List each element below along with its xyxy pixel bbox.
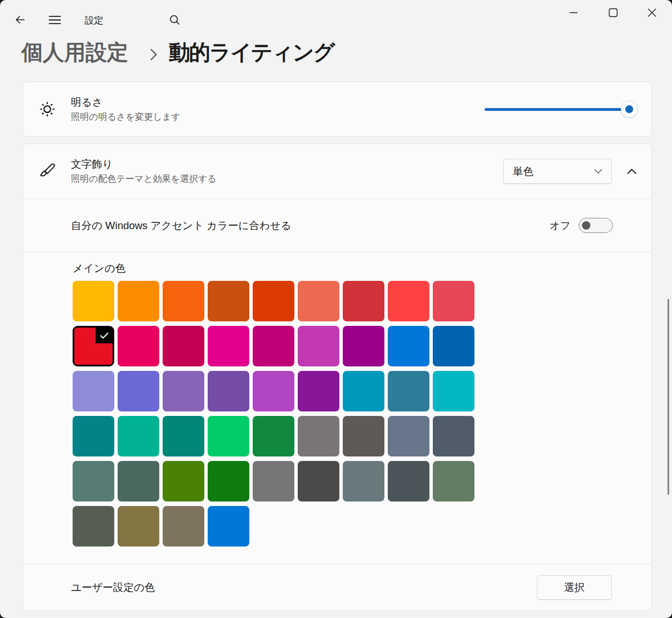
color-swatch[interactable] [343,326,384,366]
color-swatch[interactable] [343,416,384,456]
scrollbar-thumb[interactable] [667,299,669,495]
custom-color-label: ユーザー設定の色 [71,580,155,594]
color-swatch[interactable] [388,281,429,321]
minimize-button[interactable] [566,6,581,19]
slider-thumb[interactable] [621,101,638,118]
color-swatch[interactable] [253,461,294,501]
brightness-card: 明るさ 照明の明るさを変更します [23,82,652,137]
color-swatch[interactable] [163,281,204,321]
maximize-button[interactable] [605,6,621,19]
color-swatch[interactable] [163,416,204,456]
effects-header-row[interactable]: 文字飾り 照明の配色テーマと効果を選択する 単色 [23,144,651,199]
color-swatch[interactable] [118,416,159,456]
color-swatch[interactable] [208,281,249,321]
color-swatch[interactable] [298,326,339,366]
effects-title: 文字飾り [71,157,217,171]
color-swatch[interactable] [388,416,429,456]
color-swatch[interactable] [253,416,294,456]
color-swatch[interactable] [208,416,249,456]
color-swatch[interactable] [298,416,339,456]
color-swatch[interactable] [298,461,339,501]
brightness-icon [23,101,71,117]
color-swatch[interactable] [253,281,294,321]
color-swatch[interactable] [73,416,114,456]
accent-color-toggle[interactable] [579,218,613,233]
settings-window: 設定 個人用設定 動的ライティング 明るさ 照明の明るさを変更します [0,0,672,618]
brightness-subtitle: 照明の明るさを変更します [71,111,181,123]
effects-dropdown-value: 単色 [513,164,594,178]
main-color-section: メインの色 [23,252,651,564]
color-swatch[interactable] [73,461,114,501]
color-swatch[interactable] [118,461,159,501]
color-swatch[interactable] [253,371,294,411]
color-swatch[interactable] [433,326,474,366]
color-swatch[interactable] [343,371,384,411]
color-swatch[interactable] [433,371,474,411]
close-button[interactable] [644,6,660,19]
color-swatch[interactable] [208,326,249,366]
color-swatch[interactable] [388,326,429,366]
back-button[interactable] [14,13,27,26]
accent-color-row: 自分の Windows アクセント カラーに合わせる オフ [23,199,651,252]
color-swatch-grid [73,281,478,547]
color-swatch[interactable] [163,506,204,547]
effects-card: 文字飾り 照明の配色テーマと効果を選択する 単色 自分の Windows アクセ… [23,144,652,611]
color-swatch[interactable] [163,326,204,366]
color-swatch[interactable] [208,461,249,501]
page-title: 動的ライティング [169,38,334,67]
brightness-slider[interactable] [485,100,638,118]
color-swatch[interactable] [253,326,294,366]
effects-dropdown[interactable]: 単色 [503,159,612,184]
color-swatch[interactable] [208,506,249,547]
breadcrumb-parent[interactable]: 個人用設定 [21,38,128,67]
color-swatch[interactable] [343,461,384,501]
chevron-down-icon [594,169,602,174]
color-swatch[interactable] [208,371,249,411]
color-swatch[interactable] [298,371,339,411]
color-swatch[interactable] [388,371,429,411]
effects-subtitle: 照明の配色テーマと効果を選択する [71,173,217,185]
color-swatch[interactable] [118,326,159,366]
color-swatch[interactable] [433,281,474,321]
accent-color-label: 自分の Windows アクセント カラーに合わせる [71,218,292,232]
custom-color-row: ユーザー設定の色 選択 [23,563,651,611]
toggle-state-label: オフ [549,218,571,232]
menu-button[interactable] [48,13,61,26]
color-swatch[interactable] [388,461,429,501]
expander-chevron-up-icon[interactable] [612,168,651,174]
search-icon[interactable] [168,13,181,26]
color-swatch[interactable] [118,281,159,321]
color-swatch[interactable] [298,281,339,321]
selected-check-icon [96,328,113,343]
color-swatch[interactable] [73,506,114,547]
brush-icon [23,162,71,181]
color-swatch[interactable] [118,506,159,547]
color-swatch[interactable] [73,326,114,366]
color-swatch[interactable] [73,281,114,321]
color-swatch[interactable] [163,371,204,411]
color-swatch[interactable] [433,461,474,501]
main-color-label: メインの色 [73,261,651,276]
color-swatch[interactable] [343,281,384,321]
app-title: 設定 [84,14,104,27]
color-swatch[interactable] [433,416,474,456]
brightness-title: 明るさ [71,95,181,109]
breadcrumb-chevron-icon [150,48,158,61]
choose-color-button[interactable]: 選択 [537,575,612,600]
color-swatch[interactable] [163,461,204,501]
color-swatch[interactable] [118,371,159,411]
breadcrumb: 個人用設定 動的ライティング [21,38,334,67]
color-swatch[interactable] [73,371,114,411]
